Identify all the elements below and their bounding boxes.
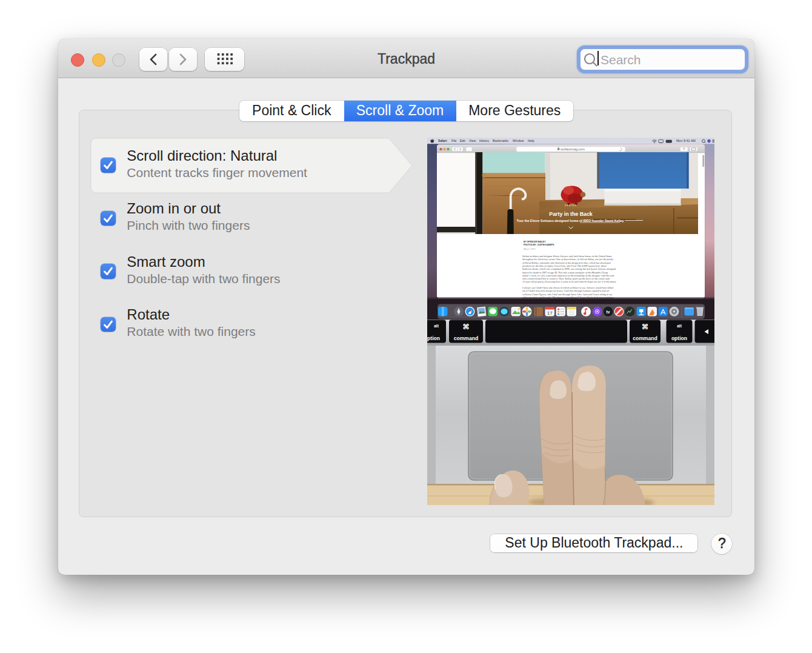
svg-text:Mon 9:41 AM: Mon 9:41 AM xyxy=(676,139,696,142)
svg-text:surfacemag.com: surfacemag.com xyxy=(561,147,585,151)
svg-text:⌘: ⌘ xyxy=(462,323,470,330)
svg-text:May 1, 2017: May 1, 2017 xyxy=(524,248,536,250)
svg-text:View: View xyxy=(469,139,476,142)
svg-text:me if I didn’t have him design: me if I didn’t have him design my house.… xyxy=(522,289,610,292)
svg-text:Italian architect and designer: Italian architect and designer Ettore So… xyxy=(522,255,612,258)
svg-text:Help: Help xyxy=(528,139,534,142)
svg-text:option: option xyxy=(427,335,440,341)
svg-text:before his death in 2007 at ag: before his death in 2007 at age 90. Not … xyxy=(522,271,608,274)
svg-text:Party in the Back: Party in the Back xyxy=(549,211,592,217)
svg-text:DESIGN: DESIGN xyxy=(565,204,577,207)
svg-text:option: option xyxy=(671,335,687,341)
svg-text:command: command xyxy=(454,335,479,341)
svg-text:PHOTOS BY: JUSTIN KANEPS: PHOTOS BY: JUSTIN KANEPS xyxy=(524,244,554,246)
svg-text:17: 17 xyxy=(547,310,553,316)
svg-text:History: History xyxy=(479,139,490,142)
svg-text:tv: tv xyxy=(607,310,610,314)
svg-text:Edit: Edit xyxy=(460,139,465,142)
svg-text:command: command xyxy=(633,335,657,341)
svg-text:I always say I didn’t have any: I always say I didn’t have any choice in… xyxy=(522,286,614,289)
svg-text:File: File xyxy=(451,139,456,142)
svg-text:Safari: Safari xyxy=(438,139,447,142)
svg-text:alt: alt xyxy=(434,324,439,328)
svg-text:Bookmarks: Bookmarks xyxy=(493,139,508,142)
svg-text:⌘: ⌘ xyxy=(642,323,649,330)
svg-text:alt: alt xyxy=(677,324,682,328)
svg-text:Window: Window xyxy=(513,139,524,142)
svg-text:BY SPENCER BAILEY: BY SPENCER BAILEY xyxy=(524,241,546,243)
svg-text:Tour the Ettore Sottsass-desig: Tour the Ettore Sottsass-designed home o… xyxy=(517,219,624,223)
